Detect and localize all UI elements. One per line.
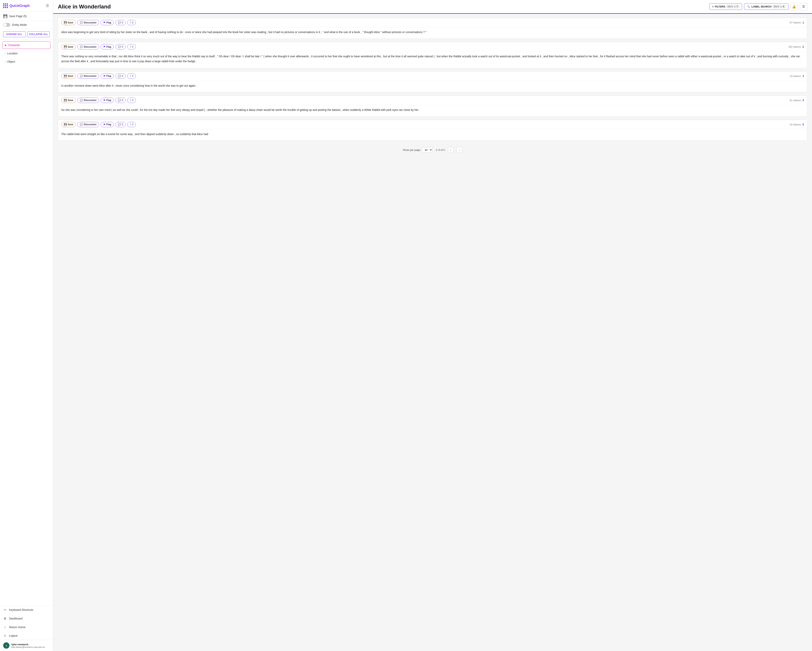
card-5: 💾 Save 💬 Discussion ⚑ Flag 💬 0 [58,120,807,141]
comment-icon: 💬 [118,123,121,126]
rows-per-page-select[interactable]: 10 25 50 [422,147,432,153]
save-button[interactable]: 💾 Save [61,44,76,49]
save-icon: 💾 [64,123,67,126]
main-area: Alice in Wonderland ≡ FILTERS Ctrl + F 🔍… [53,0,812,651]
share-button[interactable]: ⤴ 0 [127,122,136,127]
share-button[interactable]: ⤴ 0 [127,98,136,103]
card-actions: 💾 Save 💬 Discussion ⚑ Flag 💬 0 [61,44,787,49]
menu-button[interactable]: ☰ [800,3,807,11]
home-icon: ⌂ [3,625,7,629]
entity-list: ▶ Character › Location › Object [0,40,53,605]
sidebar-user: t tyler-research tyler.bikaun@research.u… [0,640,53,651]
save-icon: 💾 [64,45,67,48]
label-search-kbd-badge: Ctrl + K [772,5,785,8]
card-header: 💾 Save 💬 Discussion ⚑ Flag 💬 0 [58,18,807,27]
hamburger-icon: ☰ [802,5,805,8]
sidebar-header: QuickGraph ☰ [0,0,53,12]
card-actions: 💾 Save 💬 Discussion ⚑ Flag 💬 0 [61,98,788,103]
save-button[interactable]: 💾 Save [61,98,76,103]
discussion-button[interactable]: 💬 Discussion [77,73,99,79]
card-header: 💾 Save 💬 Discussion ⚑ Flag 💬 0 [58,42,807,51]
flag-button[interactable]: ⚑ Flag [101,73,114,79]
card-tokens: 67 tokens 1 [790,21,804,24]
content-area: 💾 Save 💬 Discussion ⚑ Flag 💬 0 [53,14,812,651]
card-3: 💾 Save 💬 Discussion ⚑ Flag 💬 0 [58,71,807,92]
save-icon: 💾 [64,99,67,102]
share-icon: ⤴ [130,45,131,48]
entity-item-character[interactable]: ▶ Character [2,41,50,49]
save-button[interactable]: 💾 Save [61,73,76,79]
card-body: The rabbit-hole went straight on like a … [58,129,807,141]
dashboard-icon: ⊞ [3,617,7,620]
card-actions: 💾 Save 💬 Discussion ⚑ Flag 💬 0 [61,20,788,25]
entity-item-location[interactable]: › Location [2,50,50,57]
keyboard-shortcuts-icon: ↪ [3,608,7,611]
card-body: So she was considering in her own mind (… [58,105,807,116]
sidebar-item-dashboard[interactable]: ⊞ Dashboard [0,614,53,623]
label-search-button[interactable]: 🔍 LABEL SEARCH Ctrl + K [744,3,788,10]
discussion-button[interactable]: 💬 Discussion [77,122,99,127]
share-button[interactable]: ⤴ 0 [127,44,136,49]
sidebar-toggle-button[interactable]: ☰ [45,3,50,9]
discussion-icon: 💬 [80,99,83,102]
comment-count-button[interactable]: 💬 0 [115,20,126,25]
flag-button[interactable]: ⚑ Flag [101,20,114,25]
discussion-icon: 💬 [80,75,83,78]
sidebar-item-return-home[interactable]: ⌂ Return Home [0,623,53,631]
sidebar-bottom: ↪ Keyboard Shortcuts ⊞ Dashboard ⌂ Retur… [0,605,53,651]
share-button[interactable]: ⤴ 0 [127,20,136,25]
discussion-button[interactable]: 💬 Discussion [77,98,99,103]
next-page-button[interactable]: › [457,147,462,153]
sidebar-item-keyboard-shortcuts[interactable]: ↪ Keyboard Shortcuts [0,605,53,614]
card-number: 5 [802,123,804,126]
card-4: 💾 Save 💬 Discussion ⚑ Flag 💬 0 [58,96,807,116]
discussion-icon: 💬 [80,123,83,126]
comment-count-button[interactable]: 💬 0 [115,73,126,79]
app-name: QuickGraph [9,4,30,8]
sidebar-item-label: Return Home [9,626,25,629]
comment-count-button[interactable]: 💬 0 [115,98,126,103]
notification-button[interactable]: 🔔 [791,3,798,11]
previous-page-button[interactable]: ‹ [448,147,453,153]
entity-item-label: Object [7,60,15,63]
rows-per-page: Rows per page: 10 25 50 [403,147,432,153]
comment-icon: 💬 [118,99,121,102]
comment-count-button[interactable]: 💬 0 [115,44,126,49]
share-button[interactable]: ⤴ 0 [127,73,136,79]
collapse-all-button[interactable]: COLLAPSE ALL [27,31,50,37]
card-header: 💾 Save 💬 Discussion ⚑ Flag 💬 0 [58,120,807,129]
entity-item-label: Character [8,44,20,47]
share-icon: ⤴ [130,123,131,126]
card-actions: 💾 Save 💬 Discussion ⚑ Flag 💬 0 [61,122,788,127]
save-page-section: 💾 Save Page (5) [0,12,53,21]
entity-mode-toggle[interactable] [3,23,10,27]
comment-count-button[interactable]: 💬 0 [115,122,126,127]
avatar: t [3,642,9,649]
save-page-button[interactable]: 💾 Save Page (5) [3,14,27,18]
flag-button[interactable]: ⚑ Flag [101,122,114,127]
entity-mode-row: Entity Mode [0,21,53,29]
card-tokens: 23 tokens 3 [790,75,804,78]
card-number: 1 [802,21,804,24]
expand-all-button[interactable]: EXPAND ALL [3,31,26,37]
discussion-button[interactable]: 💬 Discussion [77,44,99,49]
save-button[interactable]: 💾 Save [61,20,76,25]
filters-button[interactable]: ≡ FILTERS Ctrl + F [709,3,742,10]
bell-icon: 🔔 [792,5,796,8]
discussion-button[interactable]: 💬 Discussion [77,20,99,25]
comment-icon: 💬 [118,75,121,78]
page-title: Alice in Wonderland [58,3,706,10]
chevron-right-icon: ▶ [5,44,6,46]
user-email: tyler.bikaun@research.uwa.edu.au [11,646,45,648]
share-icon: ⤴ [130,75,131,78]
flag-button[interactable]: ⚑ Flag [101,44,114,49]
card-body: In another moment down went Alice after … [58,81,807,92]
flag-icon: ⚑ [103,99,105,102]
flag-button[interactable]: ⚑ Flag [101,98,114,103]
card-tokens: 61 tokens 4 [790,99,804,102]
card-2: 💾 Save 💬 Discussion ⚑ Flag 💬 0 [58,42,807,68]
entity-item-object[interactable]: › Object [2,58,50,66]
save-button[interactable]: 💾 Save [61,122,76,127]
sidebar-item-logout[interactable]: ⎋ Logout [0,631,53,640]
card-number: 4 [802,99,804,102]
